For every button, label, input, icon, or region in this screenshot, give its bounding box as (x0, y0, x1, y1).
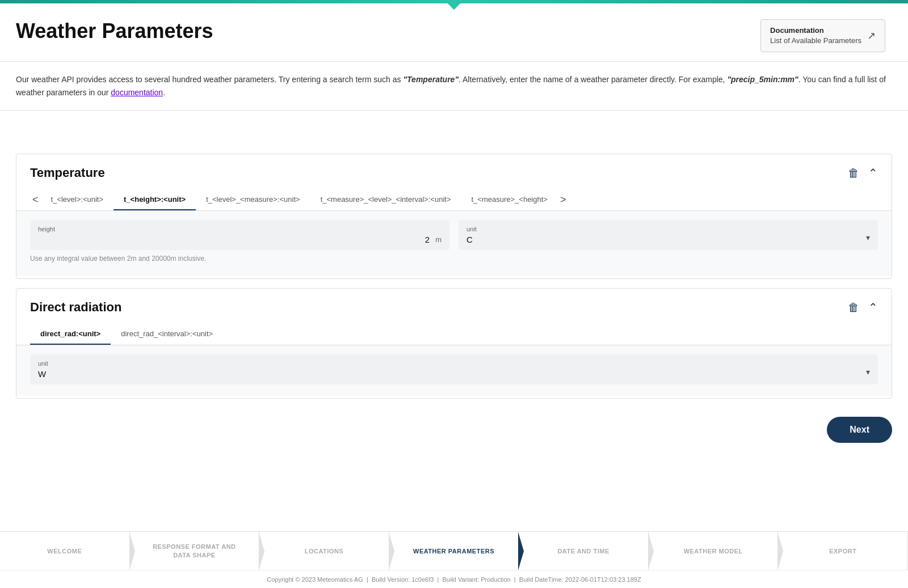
temperature-delete-button[interactable]: 🗑 (848, 167, 859, 180)
unit-dropdown-temperature[interactable]: C (466, 235, 870, 244)
height-value[interactable]: 2 (38, 235, 432, 244)
nav-step-response-format-label: RESPONSE FORMAT ANDDATA SHAPE (153, 543, 236, 559)
tab-t-measure-level-interval-unit[interactable]: t_<measure>_<level>_<interval>:<unit> (310, 189, 461, 210)
height-label: height (38, 226, 442, 232)
direct-radiation-delete-button[interactable]: 🗑 (848, 301, 859, 314)
footer-build: Build Version: 1c0e6f3 (372, 576, 434, 583)
desc-text4: . (163, 88, 165, 97)
temperature-title: Temperature (30, 166, 105, 180)
unit-field-radiation: unit W ▾ (30, 354, 878, 384)
nav-step-date-time-label: DATE AND TIME (557, 548, 609, 555)
tabs-next-button[interactable]: > (558, 189, 569, 210)
nav-step-export[interactable]: EXPORT (778, 532, 908, 570)
bottom-navigation: WELCOME RESPONSE FORMAT ANDDATA SHAPE LO… (0, 531, 908, 570)
temperature-tabs: < t_<level>:<unit> t_<height>:<unit> t_<… (16, 189, 892, 211)
next-button[interactable]: Next (827, 417, 892, 443)
height-unit: m (435, 235, 442, 244)
temperature-form-row: height 2 m unit C ▾ (30, 220, 878, 250)
tab-t-level-measure-unit[interactable]: t_<level>_<measure>:<unit> (196, 189, 310, 210)
direct-radiation-tabs: direct_rad:<unit> direct_rad_<interval>:… (16, 324, 892, 345)
direct-radiation-form-row: unit W ▾ (30, 354, 878, 384)
nav-step-weather-model-label: WEATHER MODEL (684, 548, 743, 555)
desc-text1: Our weather API provides access to sever… (16, 75, 403, 84)
unit-value-radiation: W (38, 369, 46, 379)
tab-t-measure-height[interactable]: t_<measure>_<height> (461, 189, 557, 210)
direct-radiation-header: Direct radiation 🗑 ⌃ (16, 289, 892, 324)
footer-variant: Build Variant: Production (442, 576, 510, 583)
tab-t-level-unit[interactable]: t_<level>:<unit> (41, 189, 114, 210)
direct-radiation-title: Direct radiation (30, 300, 121, 315)
doc-link-line2: List of Available Parameters (770, 36, 861, 46)
documentation-link[interactable]: documentation (111, 88, 163, 97)
nav-step-weather-parameters[interactable]: WEATHER PARAMETERS (389, 532, 519, 570)
nav-step-locations[interactable]: LOCATIONS (259, 532, 389, 570)
temperature-collapse-button[interactable]: ⌃ (868, 166, 878, 180)
nav-step-welcome-label: WELCOME (47, 548, 82, 555)
temperature-form: height 2 m unit C ▾ Use any inte (16, 211, 892, 276)
unit-dropdown-arrow-temperature: ▾ (866, 233, 870, 242)
doc-link-line1: Documentation (770, 26, 861, 36)
unit-label-radiation: unit (38, 360, 870, 367)
tab-direct-rad-interval-unit[interactable]: direct_rad_<interval>:<unit> (111, 324, 223, 345)
direct-radiation-controls: 🗑 ⌃ (848, 301, 878, 314)
desc-italic2: "precip_5min:mm" (727, 75, 798, 84)
height-hint: Use any integral value between 2m and 20… (30, 255, 878, 265)
nav-step-date-time[interactable]: DATE AND TIME (519, 532, 649, 570)
tabs-prev-button[interactable]: < (30, 189, 41, 210)
height-field: height 2 m (30, 220, 449, 250)
header-area: Weather Parameters Documentation List of… (0, 3, 908, 62)
main-content: Weather Parameters Documentation List of… (0, 3, 908, 531)
footer-copyright: Copyright © 2023 Meteomatics AG (267, 576, 363, 583)
unit-dropdown-arrow-radiation: ▾ (866, 367, 870, 377)
unit-label-temperature: unit (466, 226, 870, 232)
next-button-area: Next (0, 408, 908, 454)
direct-radiation-form: unit W ▾ (16, 345, 892, 396)
direct-radiation-section: Direct radiation 🗑 ⌃ direct_rad:<unit> d… (16, 288, 892, 399)
temperature-controls: 🗑 ⌃ (848, 166, 878, 180)
description-area: Our weather API provides access to sever… (0, 62, 908, 111)
tab-direct-rad-unit[interactable]: direct_rad:<unit> (30, 324, 111, 345)
nav-step-export-label: EXPORT (829, 548, 856, 555)
direct-radiation-body: unit W ▾ (16, 345, 892, 398)
nav-step-response-format[interactable]: RESPONSE FORMAT ANDDATA SHAPE (130, 532, 260, 570)
unit-dropdown-radiation[interactable]: W (38, 369, 870, 379)
tab-t-height-unit[interactable]: t_<height>:<unit> (114, 189, 196, 210)
nav-step-weather-model[interactable]: WEATHER MODEL (649, 532, 779, 570)
unit-field-temperature: unit C ▾ (459, 220, 878, 250)
desc-italic1: "Temperature" (403, 75, 459, 84)
doc-link-text: Documentation List of Available Paramete… (770, 26, 861, 46)
search-area (0, 111, 908, 145)
height-value-row: 2 m (38, 235, 442, 244)
desc-text2: . Alternatively, enter the name of a wea… (459, 75, 727, 84)
footer: Copyright © 2023 Meteomatics AG | Build … (0, 570, 908, 588)
nav-step-locations-label: LOCATIONS (305, 548, 343, 555)
temperature-section: Temperature 🗑 ⌃ < t_<level>:<unit> t_<he… (16, 154, 892, 279)
temperature-section-header: Temperature 🗑 ⌃ (16, 154, 892, 189)
unit-value-temperature: C (466, 235, 473, 244)
page-title: Weather Parameters (16, 19, 213, 43)
documentation-link-box[interactable]: Documentation List of Available Paramete… (760, 19, 885, 52)
external-link-icon: ↗ (867, 29, 876, 42)
footer-datetime: Build DateTime: 2022-06-01T12:03:23.189Z (519, 576, 641, 583)
direct-radiation-collapse-button[interactable]: ⌃ (868, 301, 878, 314)
temperature-body: height 2 m unit C ▾ Use any inte (16, 211, 892, 278)
top-progress-bar (0, 0, 908, 3)
nav-step-welcome[interactable]: WELCOME (0, 532, 130, 570)
nav-step-weather-parameters-label: WEATHER PARAMETERS (413, 548, 494, 555)
